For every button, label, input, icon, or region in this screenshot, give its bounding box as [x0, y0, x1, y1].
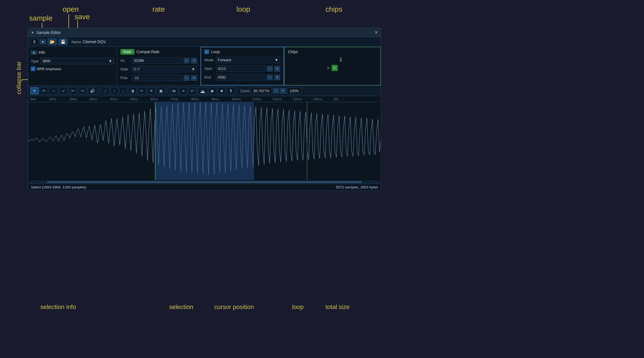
status-left: Select (1654-2984: 1330 samples) [31, 185, 86, 189]
timeline-30ms: 30ms [90, 97, 97, 101]
rate-badge[interactable]: Rate [120, 49, 134, 55]
end-minus-btn[interactable]: − [267, 75, 273, 80]
loop-title: Loop [211, 50, 220, 54]
tool-pencil-btn[interactable]: ✏ [40, 87, 48, 94]
note-value: C-7 [134, 67, 140, 71]
tool-select-btn[interactable]: ✦ [30, 87, 39, 94]
scrollbar-thumb[interactable] [47, 181, 362, 183]
collapse-bar-annotation: collapse bar [15, 61, 23, 94]
timeline-0ms: 0ms [30, 97, 36, 101]
loop-bottom-annotation: loop [292, 303, 304, 311]
tool-redo-btn[interactable]: ↪ [78, 87, 87, 94]
type-label: Type [31, 59, 39, 63]
zoom-minus-btn[interactable]: − [273, 88, 279, 94]
start-input[interactable]: 4112 [216, 65, 265, 72]
chip-a-checkbox[interactable]: ✓ [332, 65, 338, 71]
start-label: Start [204, 67, 214, 71]
sample-number-box: 6 ▼ [30, 39, 46, 45]
timeline-110ms: 110ms [252, 97, 261, 101]
zoom-value: 38.7027% [251, 88, 272, 94]
tool-stretch-btn[interactable]: ↔ [49, 87, 58, 94]
sample-number-dropdown[interactable]: ▼ [40, 40, 46, 44]
tool-rewind-btn[interactable]: ⏮ [169, 87, 178, 94]
waveform-area[interactable] [28, 102, 381, 180]
end-row: End 4592 − + [204, 74, 280, 80]
save-button[interactable]: 💾 [58, 38, 68, 45]
start-row: Start 4112 − + [204, 65, 280, 72]
tool-x-btn[interactable]: ✕ [147, 87, 156, 94]
timeline-40ms: 40ms [110, 97, 117, 101]
brr-emphasis-checkbox[interactable]: ✓ [31, 67, 35, 71]
timeline-10ms: 10ms [49, 97, 56, 101]
timeline-70ms: 70ms [171, 97, 178, 101]
open-annotation: open [63, 5, 79, 14]
timeline-50ms: 50ms [130, 97, 138, 101]
tool-mountain-btn[interactable]: 🗻 [198, 87, 208, 94]
mode-select[interactable]: Forward ▼ [216, 57, 280, 63]
loop-panel: ✓ Loop Mode Forward ▼ Start 4112 − + End… [201, 47, 284, 85]
selection-annotation: selection [169, 303, 193, 311]
loop-annotation: loop [236, 5, 250, 14]
tool-upload-btn[interactable]: ⬆ [227, 87, 235, 94]
tool-cut-btn[interactable]: ✂ [138, 87, 146, 94]
tool-list-btn[interactable]: ≡ [179, 87, 187, 94]
status-bar: Select (1654-2984: 1330 samples) 5072 sa… [28, 184, 381, 190]
timeline-100ms: 100ms [232, 97, 241, 101]
chips-number: 1 [305, 57, 377, 63]
hz-minus-btn[interactable]: − [184, 58, 189, 63]
end-input[interactable]: 4592 [216, 74, 265, 80]
info-panel: ▲ Info Type BRR ▼ ✓ BRR emphasis [28, 47, 117, 85]
end-label: End [204, 75, 214, 79]
fine-minus-btn[interactable]: − [184, 75, 189, 81]
mode-dropdown-arrow: ▼ [275, 58, 278, 62]
note-select[interactable]: C-7 ▼ [132, 66, 197, 72]
tool-speaker-btn[interactable]: 🔊 [88, 87, 97, 94]
hz-plus-btn[interactable]: + [191, 58, 197, 63]
start-plus-btn[interactable]: + [274, 66, 280, 72]
tool-play-btn[interactable]: ▶ [209, 87, 217, 94]
close-button[interactable]: ✕ [374, 30, 378, 35]
loop-checkbox[interactable]: ✓ [204, 50, 209, 54]
open-button[interactable]: 📂 [48, 38, 57, 45]
zoom-plus-btn[interactable]: + [280, 88, 286, 94]
tool-down-btn[interactable]: ↓ [119, 87, 127, 94]
tool-expand-btn[interactable]: ⤢ [59, 87, 68, 94]
editor-window: ▼ Sample Editor ✕ 6 ▼ 📂 💾 Name Clarinet … [28, 28, 381, 191]
zoom-100-btn[interactable]: 100% [287, 88, 301, 94]
tool-crop-btn[interactable]: ▣ [157, 87, 165, 94]
tool-halfcircle-btn[interactable]: ◑ [128, 87, 137, 94]
timeline-90ms: 90ms [211, 97, 219, 101]
toolbar-row: 6 ▼ 📂 💾 Name Clarinet DQV [28, 37, 381, 47]
chips-annotation: chips [325, 5, 342, 14]
collapse-indicator[interactable]: ▼ [31, 31, 34, 35]
total-size-annotation: total size [325, 303, 350, 311]
start-minus-btn[interactable]: − [267, 66, 273, 72]
status-right: 5072 samples, 2853 bytes [336, 185, 378, 189]
hz-row: Hz 33286 − + [120, 57, 197, 64]
tool-undo-btn[interactable]: ↩ [69, 87, 77, 94]
fine-input[interactable]: -11 [132, 75, 182, 81]
scrollbar-row [28, 180, 381, 184]
name-value: Clarinet DQV [83, 40, 106, 44]
hz-input[interactable]: 33286 [132, 57, 182, 64]
mode-label: Mode [204, 58, 214, 62]
info-title: Info [39, 50, 45, 55]
note-dropdown-arrow: ▼ [191, 67, 195, 71]
tool-stop-btn[interactable]: ■ [218, 87, 226, 94]
scrollbar-track[interactable] [29, 181, 380, 183]
mode-row: Mode Forward ▼ [204, 57, 280, 63]
editor-title: Sample Editor [36, 30, 61, 35]
type-select[interactable]: BRR ▼ [41, 58, 114, 64]
rate-annotation: rate [152, 5, 165, 14]
tool-return-btn[interactable]: ↩ [188, 87, 197, 94]
tool-updown-btn[interactable]: ↕ [102, 87, 109, 94]
title-bar: ▼ Sample Editor ✕ [28, 28, 381, 37]
tool-up-btn[interactable]: ↑ [110, 87, 118, 94]
info-collapse-btn[interactable]: ▲ [31, 50, 37, 55]
tool-sep2 [167, 88, 167, 94]
fine-plus-btn[interactable]: + [191, 75, 197, 81]
note-label: Note [120, 67, 130, 71]
panels-row: ▲ Info Type BRR ▼ ✓ BRR emphasis Rate Co… [28, 47, 381, 86]
end-plus-btn[interactable]: + [274, 75, 280, 80]
timeline-ruler: 0ms 10ms 20ms 30ms 40ms 50ms 60ms 70ms 8… [28, 96, 381, 102]
